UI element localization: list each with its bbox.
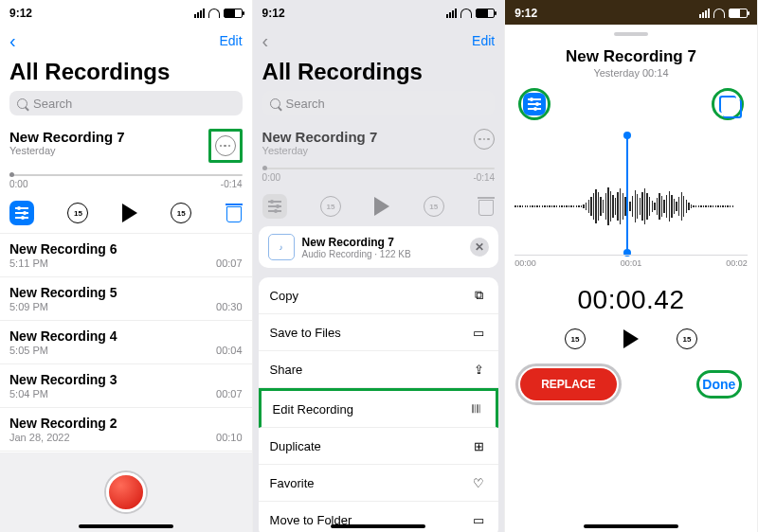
home-indicator[interactable] <box>79 524 173 528</box>
list-item[interactable]: New Recording 45:05 PM00:04 <box>0 321 252 364</box>
sheet-file-title: New Recording 7 <box>302 236 411 249</box>
options-button[interactable] <box>523 93 546 115</box>
list-item[interactable]: New Recording 55:09 PM00:30 <box>0 277 252 321</box>
options-highlight <box>518 88 550 120</box>
signal-icon <box>699 9 710 18</box>
trim-button[interactable] <box>719 96 736 113</box>
time-end: -0:14 <box>473 172 495 183</box>
menu-favorite[interactable]: Favorite♡ <box>259 465 499 502</box>
skip-forward-button[interactable]: 15 <box>171 203 191 223</box>
time-start: 0:00 <box>9 179 27 189</box>
search-input[interactable]: Search <box>9 91 243 115</box>
progress-bar <box>262 168 496 169</box>
waveform-bars <box>514 184 748 229</box>
signal-icon <box>446 9 457 18</box>
clock: 9:12 <box>514 7 537 20</box>
nav-bar: ‹ Edit <box>0 27 252 55</box>
edit-button[interactable]: Edit <box>472 33 495 48</box>
options-button <box>262 194 287 219</box>
options-button[interactable] <box>9 201 34 225</box>
nav-bar: ‹ Edit <box>253 27 505 55</box>
edit-button[interactable]: Edit <box>219 33 242 48</box>
back-button[interactable]: ‹ <box>9 30 16 52</box>
menu-duplicate[interactable]: Duplicate⊞ <box>259 428 499 465</box>
sheet-header: ♪ New Recording 7 Audio Recording · 122 … <box>259 226 499 268</box>
page-title: All Recordings <box>0 55 252 91</box>
more-button[interactable] <box>215 135 236 156</box>
search-placeholder: Search <box>33 97 72 111</box>
editor-title: New Recording 7 <box>505 47 757 66</box>
list-item[interactable]: New Recording 35:04 PM00:07 <box>0 364 252 408</box>
waveform[interactable]: 00:00 00:01 00:02 <box>514 132 748 274</box>
folder-icon: ▭ <box>470 324 487 341</box>
skip-back-button[interactable]: 15 <box>565 328 586 349</box>
record-bar <box>0 452 252 532</box>
playback-controls: 15 15 <box>0 193 252 233</box>
battery-icon <box>476 9 495 18</box>
sheet-grabber[interactable] <box>614 32 648 36</box>
menu-copy[interactable]: Copy⧉ <box>259 277 499 314</box>
search-icon <box>270 98 280 109</box>
more-button <box>474 129 495 150</box>
battery-icon <box>224 9 243 18</box>
search-icon <box>17 98 27 109</box>
play-button <box>374 197 389 216</box>
sheet-file-sub: Audio Recording · 122 KB <box>302 249 411 259</box>
replace-button[interactable]: REPLACE <box>520 368 616 400</box>
action-menu: Copy⧉ Save to Files▭ Share⇪ Edit Recordi… <box>259 277 499 532</box>
all-recordings-screen: 9:12 ‹ Edit All Recordings Search New Re… <box>0 0 253 532</box>
edit-recording-screen: 9:12 New Recording 7 Yesterday 00:14 00:… <box>505 0 758 532</box>
close-button[interactable]: ✕ <box>470 238 489 257</box>
recording-title: New Recording 7 <box>262 129 378 145</box>
page-title: All Recordings <box>253 55 505 91</box>
wifi-icon <box>460 9 472 18</box>
skip-back-button: 15 <box>320 196 341 217</box>
editor-controls: 15 15 <box>505 328 757 349</box>
duplicate-icon: ⊞ <box>470 437 487 454</box>
menu-share[interactable]: Share⇪ <box>259 351 499 388</box>
home-indicator[interactable] <box>331 524 425 528</box>
more-highlight <box>208 129 243 163</box>
search-input[interactable]: Search <box>262 91 496 115</box>
play-button[interactable] <box>623 329 639 348</box>
wifi-icon <box>208 9 220 18</box>
search-placeholder: Search <box>286 97 325 111</box>
status-icons <box>699 9 748 18</box>
play-button[interactable] <box>122 204 137 222</box>
waveform-icon: ⦀⦀ <box>467 400 484 417</box>
time-start: 0:00 <box>262 172 280 183</box>
playback-controls: 15 15 <box>253 186 505 226</box>
current-time: 00:00.42 <box>505 285 757 315</box>
skip-back-button[interactable]: 15 <box>67 203 88 223</box>
share-sheet-screen: 9:12 ‹ Edit All Recordings Search New Re… <box>253 0 506 532</box>
list-item[interactable]: New Recording 2Jan 28, 202200:10 <box>0 408 252 452</box>
delete-button <box>478 197 495 216</box>
time-axis: 00:00 00:01 00:02 <box>514 255 748 274</box>
skip-forward-button: 15 <box>424 196 444 217</box>
record-button[interactable] <box>106 472 146 512</box>
time-end: -0:14 <box>221 179 243 189</box>
recording-subtitle: Yesterday <box>262 145 378 156</box>
done-button[interactable]: Done <box>696 373 741 396</box>
heart-icon: ♡ <box>470 474 487 491</box>
menu-edit-recording[interactable]: Edit Recording⦀⦀ <box>259 388 499 428</box>
status-icons <box>446 9 495 18</box>
recording-title: New Recording 7 <box>9 129 125 145</box>
menu-save-to-files[interactable]: Save to Files▭ <box>259 314 499 351</box>
home-indicator[interactable] <box>584 524 678 528</box>
current-recording[interactable]: New Recording 7 Yesterday 0:00 -0:14 <box>0 123 252 193</box>
copy-icon: ⧉ <box>470 287 487 304</box>
status-icons <box>194 9 243 18</box>
skip-forward-button[interactable]: 15 <box>677 328 697 349</box>
delete-button[interactable] <box>226 204 243 222</box>
battery-icon <box>729 9 748 18</box>
list-item[interactable]: New Recording 65:11 PM00:07 <box>0 234 252 277</box>
recordings-list: New Recording 65:11 PM00:07 New Recordin… <box>0 233 252 452</box>
share-icon: ⇪ <box>470 361 487 378</box>
folder-icon: ▭ <box>470 511 487 528</box>
playhead[interactable] <box>626 135 628 253</box>
progress-bar[interactable] <box>9 174 243 176</box>
audio-file-icon: ♪ <box>268 234 295 260</box>
done-highlight: Done <box>696 370 742 399</box>
back-button[interactable]: ‹ <box>262 30 269 52</box>
